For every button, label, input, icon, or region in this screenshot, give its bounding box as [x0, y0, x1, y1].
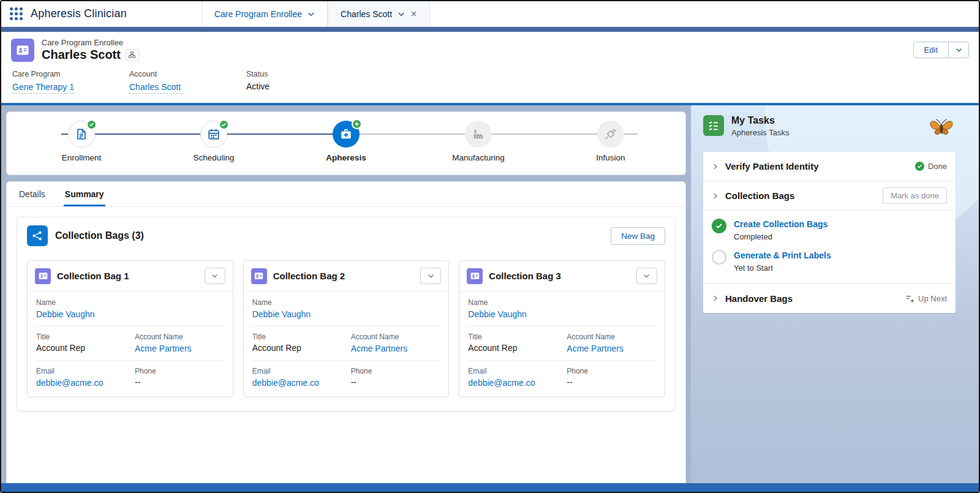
email-link[interactable]: debbie@acme.co: [36, 378, 103, 388]
path-stage-apheresis[interactable]: Apheresis: [280, 121, 412, 162]
stage-label: Infusion: [596, 153, 625, 162]
email-link[interactable]: debbie@acme.co: [252, 378, 319, 388]
butterfly-icon: [927, 116, 956, 142]
bag-field-email: Email debbie@acme.co: [468, 367, 562, 388]
nav-tab-label: Charles Scott: [341, 9, 392, 19]
account-name-link[interactable]: Acme Partners: [567, 344, 624, 353]
path-stage-manufacturing[interactable]: Manufacturing: [412, 121, 545, 162]
contact-name-link[interactable]: Debbie Vaughn: [36, 309, 94, 319]
field-label: Care Program: [12, 70, 95, 78]
divider: [252, 326, 440, 326]
bottom-accent-bar: [1, 483, 979, 492]
chevron-down-icon[interactable]: [307, 10, 315, 18]
chevron-down-icon[interactable]: [398, 10, 405, 18]
page-title: Charles Scott: [42, 48, 121, 62]
done-check-icon: [915, 162, 924, 171]
field-label: Title: [36, 333, 130, 341]
bag-field-name: Name Debbie Vaughn: [468, 298, 656, 320]
field-label: Account: [129, 70, 212, 78]
record-tabbar: Details Summary: [7, 182, 685, 207]
stage-complete-badge: [219, 119, 229, 130]
task-label: Handover Bags: [725, 293, 793, 304]
subtask-create-collection-bags[interactable]: Create Collection Bags Completed: [712, 214, 947, 246]
tasks-checklist-icon: [703, 115, 724, 136]
account-name-link[interactable]: Acme Partners: [135, 344, 192, 353]
bag-actions-button[interactable]: [636, 268, 657, 284]
field-status: Status Active: [246, 70, 329, 94]
task-status: Done: [928, 162, 947, 171]
field-label: Name: [252, 298, 440, 307]
account-link[interactable]: Charles Scott: [129, 82, 181, 94]
divider: [252, 360, 440, 361]
stage-current-badge: [352, 119, 362, 129]
contact-name-link[interactable]: Debbie Vaughn: [252, 309, 311, 319]
collection-bags-title: Collection Bags (3): [55, 230, 144, 241]
chevron-right-icon[interactable]: [712, 163, 719, 170]
divider: [36, 360, 224, 361]
account-name-link[interactable]: Acme Partners: [351, 344, 408, 353]
task-label: Collection Bags: [725, 190, 794, 201]
chevron-right-icon[interactable]: [712, 192, 719, 200]
bag-actions-button[interactable]: [205, 268, 225, 284]
mark-as-done-button[interactable]: Mark as done: [883, 187, 947, 204]
new-bag-button[interactable]: New Bag: [611, 227, 665, 245]
collection-bags-grid: Collection Bag 1 Name Debbie Vaughn: [17, 253, 675, 411]
contact-name-link[interactable]: Debbie Vaughn: [468, 309, 526, 319]
nav-tab-care-program-enrollee[interactable]: Care Program Enrollee: [202, 1, 328, 26]
subtask-open-icon: [712, 250, 726, 265]
edit-button[interactable]: Edit: [913, 42, 949, 58]
medical-case-icon: [339, 127, 353, 141]
nav-tab-bar: Care Program Enrollee Charles Scott: [202, 1, 430, 26]
task-row-collection-bags[interactable]: Collection Bags Mark as done: [703, 181, 956, 211]
syringe-icon: [604, 127, 617, 141]
care-program-link[interactable]: Gene Therapy 1: [12, 82, 74, 94]
nav-tab-label: Care Program Enrollee: [214, 9, 302, 19]
main-area: Enrollment Scheduling: [1, 105, 979, 483]
record-tabs-panel: Details Summary Collection Bags (3) New …: [6, 181, 686, 483]
nav-tab-charles-scott[interactable]: Charles Scott: [328, 1, 430, 26]
field-label: Account Name: [567, 333, 656, 341]
chevron-down-icon: [643, 273, 650, 279]
field-label: Title: [468, 333, 562, 341]
subtask-generate-print-labels[interactable]: Generate & Print Labels Yet to Start: [712, 246, 947, 277]
stage-label: Scheduling: [194, 153, 235, 162]
email-link[interactable]: debbie@acme.co: [468, 378, 535, 388]
contact-title-value: Account Rep: [252, 343, 346, 353]
bag-field-account: Account Name Acme Partners: [135, 333, 224, 354]
tab-summary[interactable]: Summary: [64, 182, 105, 206]
app-launcher-icon[interactable]: [10, 7, 23, 20]
subtask-complete-icon: [712, 219, 726, 233]
up-next-icon: [905, 294, 914, 303]
subtask-link[interactable]: Create Collection Bags: [734, 219, 827, 229]
field-care-program: Care Program Gene Therapy 1: [12, 70, 95, 94]
field-label: Email: [36, 367, 130, 375]
edit-dropdown-button[interactable]: [948, 42, 969, 58]
tasks-subtitle: Apheresis Tasks: [731, 128, 789, 137]
contact-card-icon: [251, 268, 267, 284]
document-icon: [75, 127, 88, 141]
path-stage-scheduling[interactable]: Scheduling: [148, 121, 280, 162]
field-label: Email: [252, 367, 346, 375]
field-label: Email: [468, 367, 562, 375]
field-label: Status: [246, 70, 329, 78]
divider: [468, 360, 656, 361]
task-status: Up Next: [918, 294, 947, 303]
view-hierarchy-button[interactable]: [126, 49, 139, 61]
tab-details[interactable]: Details: [18, 182, 47, 206]
stage-complete-badge: [86, 119, 97, 130]
field-account: Account Charles Scott: [129, 70, 212, 94]
path-stage-enrollment[interactable]: Enrollment: [15, 121, 148, 162]
task-row-handover-bags[interactable]: Handover Bags Up Next: [703, 284, 956, 313]
bag-field-account: Account Name Acme Partners: [351, 333, 440, 354]
collection-bag-card-1: Collection Bag 1 Name Debbie Vaughn: [27, 260, 233, 397]
close-tab-icon[interactable]: [410, 10, 417, 17]
task-row-verify-patient-identity[interactable]: Verify Patient Identity Done: [703, 152, 956, 181]
bag-title: Collection Bag 2: [273, 271, 345, 281]
chevron-down-icon: [211, 273, 218, 279]
subtask-link[interactable]: Generate & Print Labels: [734, 250, 831, 260]
path-stage-infusion[interactable]: Infusion: [545, 121, 677, 162]
bag-actions-button[interactable]: [420, 268, 441, 284]
chevron-right-icon[interactable]: [712, 295, 719, 302]
field-label: Title: [252, 333, 346, 341]
nav-accent-band: [1, 27, 979, 32]
